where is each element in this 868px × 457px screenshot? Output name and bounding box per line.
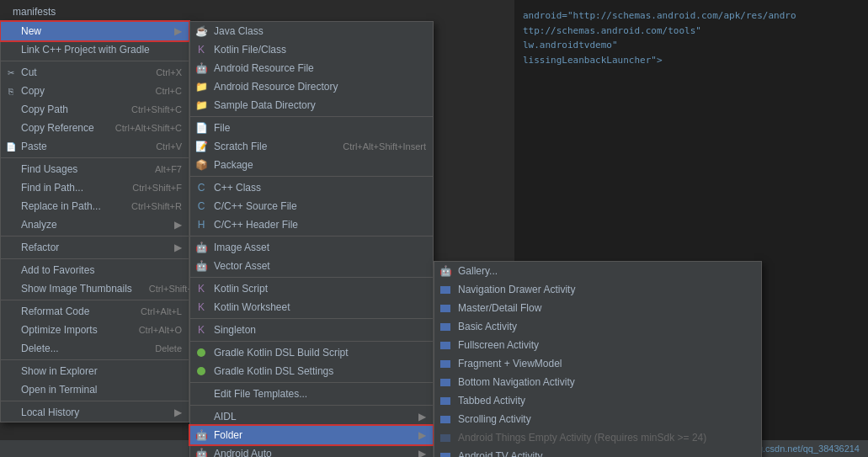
menu-item-cpp-source[interactable]: C C/C++ Source File bbox=[190, 197, 433, 215]
kotlin-worksheet-icon: K bbox=[195, 301, 207, 313]
menu-item-file[interactable]: 📄 File bbox=[190, 119, 433, 137]
menu-item-android-resource-dir[interactable]: 📁 Android Resource Directory bbox=[190, 77, 433, 96]
menu-item-java-class[interactable]: ☕ Java Class bbox=[190, 22, 433, 40]
separator-6 bbox=[1, 359, 189, 360]
menu-label-refactor: Refactor bbox=[21, 242, 59, 253]
separator-m2-2 bbox=[190, 176, 433, 177]
kotlin-script-icon: K bbox=[195, 283, 207, 295]
menu-item-activity[interactable]: 🤖 Folder ▶ bbox=[190, 426, 433, 444]
menu-item-copy[interactable]: ⎘ Copy Ctrl+C bbox=[1, 82, 189, 100]
menu-item-gallery[interactable]: 🤖 Gallery... bbox=[434, 262, 761, 280]
android-resource-file-icon: 🤖 bbox=[195, 62, 207, 74]
menu-label-open-terminal: Open in Terminal bbox=[21, 384, 98, 396]
android-tv-icon bbox=[439, 450, 451, 457]
menu-item-package[interactable]: 📦 Package bbox=[190, 156, 433, 174]
separator-5 bbox=[1, 300, 189, 300]
menu-label-local-history: Local History bbox=[21, 407, 79, 418]
tree-item-manifests[interactable]: manifests bbox=[0, 4, 143, 19]
menu-item-add-favorites[interactable]: Add to Favorites bbox=[1, 261, 189, 279]
menu-item-master-detail[interactable]: Master/Detail Flow bbox=[434, 299, 761, 317]
menu-label-android-resource-dir: Android Resource Directory bbox=[214, 81, 338, 93]
menu-item-basic-activity[interactable]: Basic Activity bbox=[434, 317, 761, 336]
menu-item-find-in-path[interactable]: Find in Path... Ctrl+Shift+F bbox=[1, 178, 189, 197]
menu-item-scratch-file[interactable]: 📝 Scratch File Ctrl+Alt+Shift+Insert bbox=[190, 137, 433, 156]
menu-label-cut: Cut bbox=[21, 66, 37, 78]
menu-label-cpp-source: C/C++ Source File bbox=[214, 200, 297, 212]
menu-item-kotlin-worksheet[interactable]: K Kotlin Worksheet bbox=[190, 298, 433, 316]
menu-item-cut[interactable]: ✂ Cut Ctrl+X bbox=[1, 63, 189, 82]
java-class-icon: ☕ bbox=[195, 25, 207, 37]
arrow-icon-history: ▶ bbox=[174, 407, 182, 418]
menu-item-analyze[interactable]: Analyze ▶ bbox=[1, 215, 189, 234]
scratch-file-icon: 📝 bbox=[195, 141, 207, 152]
menu-item-android-tv[interactable]: Android TV Activity bbox=[434, 447, 761, 457]
menu-item-tabbed[interactable]: Tabbed Activity bbox=[434, 391, 761, 410]
menu-item-reformat[interactable]: Reformat Code Ctrl+Alt+L bbox=[1, 302, 189, 321]
menu-label-package: Package bbox=[214, 159, 253, 171]
menu-item-bottom-nav[interactable]: Bottom Navigation Activity bbox=[434, 373, 761, 391]
menu-item-kotlin-class[interactable]: K Kotlin File/Class bbox=[190, 40, 433, 59]
menu-item-vector-asset[interactable]: 🤖 Vector Asset bbox=[190, 257, 433, 275]
separator-m2-5 bbox=[190, 318, 433, 319]
menu-item-cpp-header[interactable]: H C/C++ Header File bbox=[190, 215, 433, 234]
menu-label-paste: Paste bbox=[21, 141, 47, 152]
fragment-vm-icon bbox=[439, 358, 451, 369]
menu-item-local-history[interactable]: Local History ▶ bbox=[1, 403, 189, 422]
separator-7 bbox=[1, 401, 189, 401]
menu-item-show-thumbnails[interactable]: Show Image Thumbnails Ctrl+Shift+T bbox=[1, 279, 189, 298]
new-icon bbox=[4, 24, 18, 38]
menu-item-nav-drawer[interactable]: Navigation Drawer Activity bbox=[434, 280, 761, 299]
menu-label-gallery: Gallery... bbox=[458, 265, 498, 277]
menu-item-optimize-imports[interactable]: Optimize Imports Ctrl+Alt+O bbox=[1, 321, 189, 339]
menu-item-sample-data-dir[interactable]: 📁 Sample Data Directory bbox=[190, 96, 433, 114]
menu-item-android-things-empty: Android Things Empty Activity (Requires … bbox=[434, 428, 761, 447]
menu-item-refactor[interactable]: Refactor ▶ bbox=[1, 238, 189, 257]
menu-item-copy-reference[interactable]: Copy Reference Ctrl+Alt+Shift+C bbox=[1, 119, 189, 137]
menu-item-aidl[interactable]: AIDL ▶ bbox=[190, 407, 433, 426]
menu-label-show-explorer: Show in Explorer bbox=[21, 365, 98, 377]
menu-item-scrolling[interactable]: Scrolling Activity bbox=[434, 410, 761, 428]
menu-label-optimize: Optimize Imports bbox=[21, 324, 98, 336]
menu-label-reformat: Reformat Code bbox=[21, 306, 89, 317]
menu-item-paste[interactable]: 📄 Paste Ctrl+V bbox=[1, 137, 189, 156]
arrow-icon-new: ▶ bbox=[174, 25, 182, 37]
arrow-icon-analyze: ▶ bbox=[174, 219, 182, 231]
context-menu-activity-submenu: 🤖 Gallery... Navigation Drawer Activity … bbox=[434, 261, 762, 457]
menu-item-android-auto[interactable]: 🤖 Android Auto ▶ bbox=[190, 444, 433, 457]
menu-item-kotlin-script[interactable]: K Kotlin Script bbox=[190, 279, 433, 298]
paste-icon: 📄 bbox=[4, 140, 18, 153]
menu-label-basic-activity: Basic Activity bbox=[458, 321, 517, 332]
menu-item-fragment-viewmodel[interactable]: Fragment + ViewModel bbox=[434, 354, 761, 373]
separator-2 bbox=[1, 157, 189, 158]
master-detail-icon bbox=[439, 302, 451, 314]
gallery-icon: 🤖 bbox=[439, 265, 451, 277]
menu-item-image-asset[interactable]: 🤖 Image Asset bbox=[190, 238, 433, 257]
menu-item-android-resource-file[interactable]: 🤖 Android Resource File bbox=[190, 59, 433, 77]
android-things-empty-icon bbox=[439, 432, 451, 444]
menu-item-replace-in-path[interactable]: Replace in Path... Ctrl+Shift+R bbox=[1, 197, 189, 215]
menu-item-copy-path[interactable]: Copy Path Ctrl+Shift+C bbox=[1, 100, 189, 119]
basic-activity-icon bbox=[439, 321, 451, 332]
menu-item-gradle-build[interactable]: Gradle Kotlin DSL Build Script bbox=[190, 343, 433, 362]
shortcut-optimize: Ctrl+Alt+O bbox=[122, 325, 182, 335]
menu-item-new[interactable]: New ▶ bbox=[1, 22, 189, 40]
menu-item-fullscreen[interactable]: Fullscreen Activity bbox=[434, 336, 761, 354]
menu-item-gradle-settings[interactable]: Gradle Kotlin DSL Settings bbox=[190, 362, 433, 380]
menu-item-singleton[interactable]: K Singleton bbox=[190, 321, 433, 339]
vector-asset-icon: 🤖 bbox=[195, 260, 207, 272]
menu-item-link-cpp[interactable]: Link C++ Project with Gradle bbox=[1, 40, 189, 59]
separator-m2-4 bbox=[190, 277, 433, 278]
menu-label-bottom-nav: Bottom Navigation Activity bbox=[458, 376, 575, 388]
android-auto-icon: 🤖 bbox=[195, 448, 207, 457]
menu-item-cpp-class[interactable]: C C++ Class bbox=[190, 178, 433, 197]
menu-item-show-explorer[interactable]: Show in Explorer bbox=[1, 362, 189, 380]
menu-label-singleton: Singleton bbox=[214, 324, 256, 336]
cpp-source-icon: C bbox=[195, 200, 207, 212]
menu-item-delete[interactable]: Delete... Delete bbox=[1, 339, 189, 358]
menu-item-open-terminal[interactable]: Open in Terminal bbox=[1, 380, 189, 399]
shortcut-scratch: Ctrl+Alt+Shift+Insert bbox=[326, 141, 426, 151]
menu-label-copy-path: Copy Path bbox=[21, 104, 68, 115]
menu-item-find-usages[interactable]: Find Usages Alt+F7 bbox=[1, 160, 189, 178]
menu-item-edit-templates[interactable]: Edit File Templates... bbox=[190, 385, 433, 403]
menu-label-image-asset: Image Asset bbox=[214, 242, 269, 253]
